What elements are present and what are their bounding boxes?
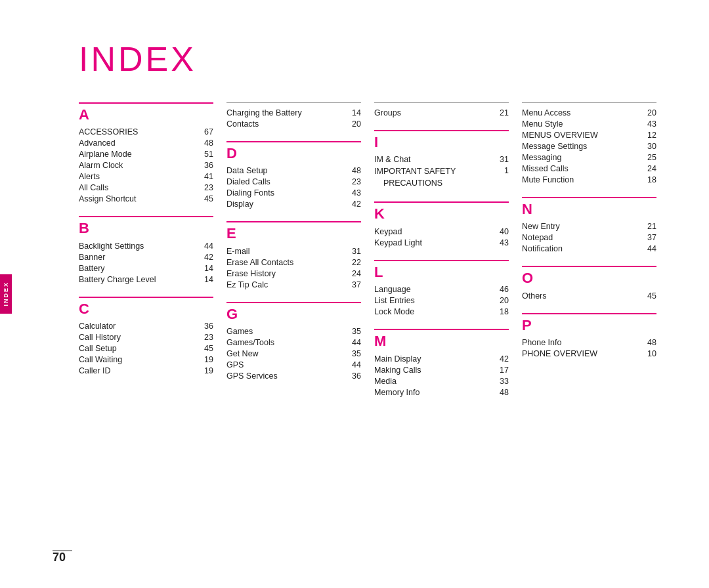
section-d: D Data Setup 48 Dialed Calls 23 Dialing … xyxy=(226,141,361,211)
section-l: L Language 46 List Entries 20 Lock Mode … xyxy=(374,260,509,318)
section-pre-d: Charging the Battery 14 Contacts 20 xyxy=(226,102,361,131)
list-item: Erase History 24 xyxy=(226,269,361,278)
list-item: Erase All Contacts 22 xyxy=(226,258,361,267)
divider xyxy=(374,102,509,103)
section-m-header: M xyxy=(374,329,509,350)
section-n-header: N xyxy=(522,197,656,218)
index-column-1: A ACCESSORIES 67 Advanced 48 Airplane Mo… xyxy=(79,102,213,410)
list-item: Alarm Clock 36 xyxy=(79,161,213,170)
list-item: PHONE OVERVIEW 10 xyxy=(522,349,656,358)
index-column-3: Groups 21 I IM & Chat 31 IMPORTANT SAFET… xyxy=(374,102,509,410)
list-item: Banner 42 xyxy=(79,253,213,262)
list-item: E-mail 31 xyxy=(226,247,361,256)
section-e-letter: E xyxy=(226,225,236,242)
section-d-header: D xyxy=(226,141,361,162)
list-item: Main Display 42 xyxy=(374,354,509,364)
list-item: Lock Mode 18 xyxy=(374,307,509,316)
index-column-2: Charging the Battery 14 Contacts 20 D Da… xyxy=(226,102,361,410)
section-c-header: C xyxy=(79,297,213,318)
section-pre-n: Menu Access 20 Menu Style 43 MENUS OVERV… xyxy=(522,102,656,186)
list-item: Airplane Mode 51 xyxy=(79,150,213,159)
list-item: Media 33 xyxy=(374,377,509,386)
section-g-letter: G xyxy=(226,306,238,322)
list-item: Data Setup 48 xyxy=(226,166,361,175)
section-e-header: E xyxy=(226,221,361,242)
list-item: Phone Info 48 xyxy=(522,338,656,347)
list-item: GPS Services 36 xyxy=(226,371,361,381)
section-m: M Main Display 42 Making Calls 17 Media … xyxy=(374,329,509,398)
list-item: Call History 23 xyxy=(79,333,213,342)
list-item: IM & Chat 31 xyxy=(374,155,509,164)
list-item: Call Waiting 19 xyxy=(79,355,213,364)
list-item: Caller ID 19 xyxy=(79,366,213,375)
section-b: B Backlight Settings 44 Banner 42 Batter… xyxy=(79,216,213,285)
page-title: INDEX xyxy=(79,39,656,79)
list-item: Message Settings 30 xyxy=(522,142,656,151)
section-p: P Phone Info 48 PHONE OVERVIEW 10 xyxy=(522,313,656,360)
section-i-header: I xyxy=(374,130,509,151)
section-a: A ACCESSORIES 67 Advanced 48 Airplane Mo… xyxy=(79,102,213,205)
divider xyxy=(522,102,656,103)
list-item: Contacts 20 xyxy=(226,119,361,129)
list-item: Assign Shortcut 45 xyxy=(79,194,213,203)
section-i: I IM & Chat 31 IMPORTANT SAFETY PRECAUTI… xyxy=(374,130,509,191)
section-g: G Games 35 Games/Tools 44 Get New 35 GPS… xyxy=(226,302,361,383)
sidebar-label: INDEX xyxy=(3,282,9,306)
list-item: Notepad 37 xyxy=(522,233,656,242)
section-e: E E-mail 31 Erase All Contacts 22 Erase … xyxy=(226,221,361,291)
section-p-header: P xyxy=(522,313,656,334)
section-a-letter: A xyxy=(79,106,89,123)
sidebar-tab: INDEX xyxy=(0,274,12,314)
list-item: Advanced 48 xyxy=(79,138,213,148)
list-item: Display 42 xyxy=(226,200,361,209)
section-g-header: G xyxy=(226,302,361,323)
list-item: Battery Charge Level 14 xyxy=(79,275,213,284)
index-grid: A ACCESSORIES 67 Advanced 48 Airplane Mo… xyxy=(79,102,656,410)
list-item: Notification 44 xyxy=(522,244,656,253)
list-item: Groups 21 xyxy=(374,108,509,117)
list-item: Making Calls 17 xyxy=(374,366,509,375)
list-item: Dialed Calls 23 xyxy=(226,177,361,186)
list-item: New Entry 21 xyxy=(522,222,656,231)
section-p-letter: P xyxy=(522,317,532,333)
index-column-4: Menu Access 20 Menu Style 43 MENUS OVERV… xyxy=(522,102,656,410)
list-item: Menu Style 43 xyxy=(522,119,656,129)
page-number: 70 xyxy=(53,551,66,564)
list-item: Keypad Light 43 xyxy=(374,238,509,247)
section-k-letter: K xyxy=(374,205,385,222)
section-d-letter: D xyxy=(226,145,237,161)
section-o-letter: O xyxy=(522,270,533,286)
list-item: Language 46 xyxy=(374,285,509,294)
section-pre-i: Groups 21 xyxy=(374,102,509,119)
list-item: Mute Function 18 xyxy=(522,175,656,184)
section-l-header: L xyxy=(374,260,509,281)
section-m-letter: M xyxy=(374,333,386,349)
list-item: MENUS OVERVIEW 12 xyxy=(522,131,656,140)
section-i-letter: I xyxy=(374,134,378,150)
list-item: Backlight Settings 44 xyxy=(79,242,213,251)
list-item: Missed Calls 24 xyxy=(522,164,656,173)
list-item: Others 45 xyxy=(522,291,656,301)
section-b-letter: B xyxy=(79,220,89,236)
section-o-header: O xyxy=(522,266,656,287)
section-l-letter: L xyxy=(374,264,383,280)
list-item: IMPORTANT SAFETY PRECAUTIONS 1 xyxy=(374,166,509,189)
section-n: N New Entry 21 Notepad 37 Notification 4… xyxy=(522,197,656,255)
section-n-letter: N xyxy=(522,201,532,217)
list-item: Dialing Fonts 43 xyxy=(226,188,361,198)
list-item: ACCESSORIES 67 xyxy=(79,127,213,136)
list-item: Memory Info 48 xyxy=(374,388,509,397)
section-k-header: K xyxy=(374,201,509,222)
list-item: Get New 35 xyxy=(226,349,361,358)
section-c-letter: C xyxy=(79,301,89,317)
list-item: Keypad 40 xyxy=(374,227,509,236)
list-item: Games/Tools 44 xyxy=(226,338,361,347)
list-item: Calculator 36 xyxy=(79,322,213,331)
section-c: C Calculator 36 Call History 23 Call Set… xyxy=(79,297,213,377)
page: INDEX INDEX A ACCESSORIES 67 Advanced 48 xyxy=(0,0,709,588)
list-item: Ez Tip Calc 37 xyxy=(226,280,361,289)
list-item: List Entries 20 xyxy=(374,296,509,305)
list-item: Games 35 xyxy=(226,327,361,336)
section-a-header: A xyxy=(79,102,213,123)
section-o: O Others 45 xyxy=(522,266,656,302)
